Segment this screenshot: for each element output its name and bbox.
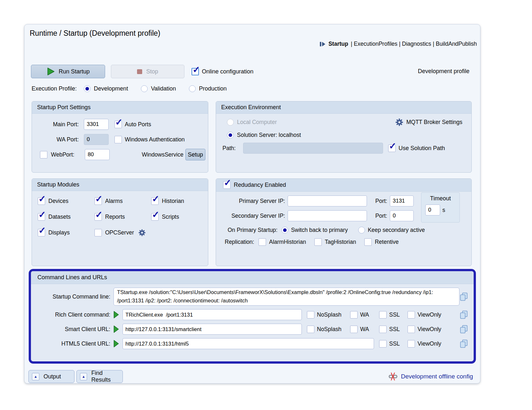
execution-profile-label: Execution Profile: — [32, 85, 77, 92]
profile-production-radio[interactable] — [189, 85, 196, 92]
module-datasets-label: Datasets — [48, 214, 71, 220]
check-icon: ✓ — [389, 142, 396, 151]
html5-viewonly-checkbox[interactable]: ✓ — [408, 340, 415, 348]
profile-validation-label: Validation — [151, 85, 176, 92]
expand-up-icon: ▲ — [32, 373, 39, 380]
local-computer-radio — [227, 119, 234, 126]
html5-ssl-option: ✓ SSL — [379, 340, 402, 348]
replication-alarmhistorian-checkbox[interactable]: ✓ — [259, 238, 266, 246]
replication-taghistorian-label: TagHistorian — [325, 239, 356, 245]
replication-taghistorian-checkbox[interactable]: ✓ — [314, 238, 322, 246]
secondary-ip-input[interactable] — [288, 210, 367, 221]
html5-client-input[interactable] — [123, 338, 374, 349]
breadcrumb-item-startup[interactable]: Startup — [329, 41, 348, 47]
rich-client-label: Rich Client command: — [35, 311, 113, 318]
webport-input[interactable] — [85, 149, 110, 160]
auto-ports-label: Auto Ports — [125, 121, 151, 128]
module-datasets-checkbox[interactable]: ✓ — [38, 213, 45, 221]
rich-client-run-button[interactable] — [113, 311, 120, 319]
timeout-unit: s — [442, 207, 445, 214]
smart-ssl-checkbox[interactable]: ✓ — [379, 326, 387, 333]
path-label: Path: — [222, 145, 241, 152]
profile-validation-radio[interactable] — [141, 85, 148, 92]
primary-ip-input[interactable] — [288, 195, 367, 206]
rich-viewonly-label: ViewOnly — [418, 311, 441, 318]
replication-retentive-checkbox[interactable]: ✓ — [364, 238, 372, 246]
smart-viewonly-checkbox[interactable]: ✓ — [408, 326, 415, 333]
stop-icon — [137, 69, 142, 74]
secondary-port-input[interactable] — [390, 210, 414, 221]
smart-client-run-button[interactable] — [113, 325, 120, 333]
module-historian-checkbox[interactable]: ✓ — [151, 197, 159, 205]
command-lines-panel: Command Lines and URLs Startup Command l… — [29, 269, 476, 364]
copy-icon — [459, 325, 468, 334]
check-icon: ✓ — [38, 226, 46, 235]
startup-command-row: Startup Command line: TStartup.exe /solu… — [31, 288, 469, 306]
module-alarms-checkbox[interactable]: ✓ — [94, 197, 102, 205]
module-scripts-checkbox[interactable]: ✓ — [151, 213, 159, 221]
webport-checkbox[interactable]: ✓ — [40, 151, 47, 158]
module-reports-checkbox[interactable]: ✓ — [94, 213, 102, 221]
rich-viewonly-checkbox[interactable]: ✓ — [408, 311, 415, 319]
switch-back-label: Switch back to primary — [291, 227, 348, 234]
main-port-input[interactable] — [84, 119, 109, 130]
windows-service-setup-button[interactable]: Setup — [185, 149, 205, 160]
gear-icon[interactable] — [138, 229, 146, 236]
check-icon: ✓ — [192, 65, 200, 74]
run-play-icon — [46, 67, 55, 76]
smart-wa-checkbox[interactable]: ✓ — [350, 326, 358, 333]
html5-ssl-checkbox[interactable]: ✓ — [379, 340, 387, 348]
module-displays-checkbox[interactable]: ✓ — [38, 229, 45, 236]
command-lines-title: Command Lines and URLs — [31, 271, 474, 284]
rich-client-input[interactable] — [123, 309, 302, 320]
startup-modules-title: Startup Modules — [32, 179, 208, 191]
module-devices-checkbox[interactable]: ✓ — [38, 197, 45, 205]
wa-port-label: WA Port: — [32, 136, 79, 143]
check-icon: ✓ — [95, 210, 103, 219]
mqtt-broker-settings[interactable]: MQTT Broker Settings — [395, 118, 462, 126]
auto-ports-checkbox[interactable]: ✓ — [114, 121, 122, 128]
startup-command-input[interactable]: TStartup.exe /solution:"C:\Users\User\Do… — [113, 288, 459, 306]
smart-client-input[interactable] — [123, 324, 302, 335]
run-startup-label: Run Startup — [59, 68, 90, 75]
timeout-label: Timeout — [421, 195, 459, 202]
rich-wa-option: ✓ WA — [350, 311, 374, 319]
switch-back-radio[interactable] — [281, 227, 288, 234]
html5-client-label: HTML5 Client URL: — [35, 340, 113, 347]
secondary-ip-label: Secondary Server IP: — [216, 213, 285, 219]
primary-port-input[interactable] — [390, 195, 414, 206]
module-displays-label: Displays — [48, 229, 70, 236]
replication-label: Replication: — [225, 239, 254, 245]
on-primary-startup-label: On Primary Startup: — [228, 227, 278, 234]
breadcrumb-items[interactable]: | ExecutionProfiles | Diagnostics | Buil… — [351, 41, 477, 47]
online-configuration-checkbox[interactable]: ✓ — [192, 68, 199, 75]
profile-development-label: Development — [94, 85, 128, 92]
rich-nosplash-checkbox[interactable]: ✓ — [307, 311, 314, 319]
rich-client-row: Rich Client command: ✓ NoSplash ✓ WA ✓ S… — [31, 309, 469, 320]
solution-server-radio[interactable] — [227, 132, 234, 138]
module-historian: ✓ Historian — [151, 197, 208, 205]
copy-smart-client-button[interactable] — [459, 325, 469, 334]
solution-server-row: Solution Server: localhost — [216, 132, 471, 138]
breadcrumb: Startup | ExecutionProfiles | Diagnostic… — [320, 41, 477, 47]
html5-client-run-button[interactable] — [113, 340, 120, 348]
module-displays: ✓ Displays — [38, 229, 94, 236]
profile-development-radio[interactable] — [84, 85, 91, 92]
output-button[interactable]: ▲ Output — [28, 370, 74, 383]
timeout-input[interactable] — [425, 205, 440, 215]
use-solution-path-checkbox[interactable]: ✓ — [388, 145, 396, 152]
windows-auth-checkbox[interactable]: ✓ — [114, 136, 122, 143]
copy-html5-client-button[interactable] — [459, 339, 469, 348]
smart-nosplash-checkbox[interactable]: ✓ — [307, 326, 314, 333]
redundancy-enabled-checkbox[interactable]: ✓ — [223, 181, 231, 189]
rich-ssl-checkbox[interactable]: ✓ — [379, 311, 387, 319]
find-results-button[interactable]: ▲ Find Results — [76, 370, 123, 383]
module-historian-label: Historian — [162, 198, 184, 205]
copy-startup-command-button[interactable] — [459, 292, 469, 301]
copy-rich-client-button[interactable] — [459, 310, 469, 319]
run-startup-button[interactable]: Run Startup — [31, 65, 105, 78]
module-opcserver-checkbox[interactable]: ✓ — [94, 229, 102, 236]
windows-auth-label: Windows Authentication — [125, 136, 185, 143]
keep-secondary-radio[interactable] — [358, 227, 365, 234]
rich-wa-checkbox[interactable]: ✓ — [350, 311, 358, 319]
